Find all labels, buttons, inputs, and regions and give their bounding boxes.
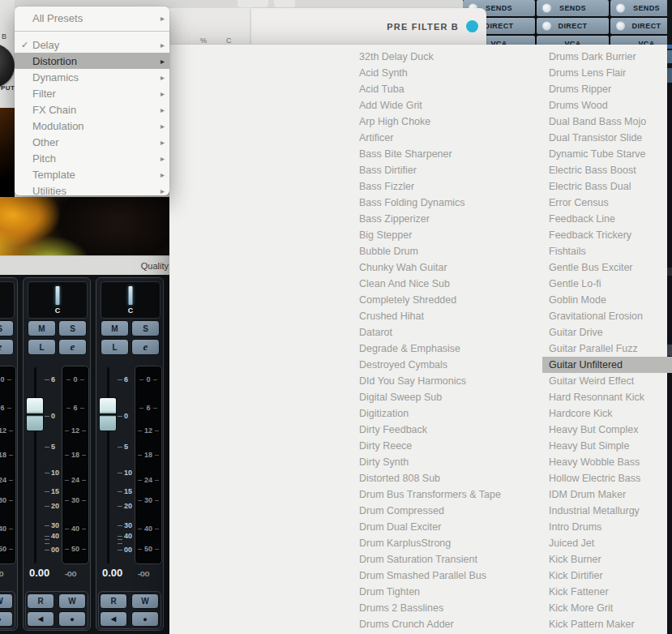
menu-item[interactable]: Filter ▸ [15,85,169,101]
preset-item[interactable]: Digitization [353,405,523,422]
menu-item[interactable]: Pitch ▸ [15,150,169,166]
preset-item[interactable]: Industrial Metallurgy [542,503,672,519]
preset-item[interactable]: Guitar Drive [542,324,672,341]
preset-item[interactable]: Feedback Trickery [542,227,672,243]
edit-button[interactable]: e [58,339,87,355]
fader-handle[interactable] [26,397,44,431]
preset-item[interactable]: Drum Smashed Parallel Bus [353,568,523,584]
preset-item[interactable]: Dual Transistor Slide [542,130,672,146]
sends-button[interactable]: SENDS [537,0,609,16]
preset-item[interactable]: Feedback Line [542,211,672,227]
menu-item-all-presets[interactable]: All Presets ▸ [15,10,169,26]
preset-item[interactable]: Electric Bass Dual [542,178,672,195]
preset-item[interactable]: Drum Saturation Transient [353,551,523,568]
preset-item[interactable]: Gentle Lo-fi [542,276,672,292]
preset-item[interactable]: Drum Bus Transformers & Tape [353,486,523,503]
menu-item[interactable]: Utilities ▸ [15,182,169,199]
solo-button[interactable]: S [0,320,14,336]
record-button[interactable]: ● [0,611,13,627]
preset-item[interactable]: Dirty Synth [353,454,523,470]
preset-item[interactable]: Drums Wood [542,97,672,114]
edit-button[interactable]: e [131,339,160,355]
preset-item[interactable]: Hard Resonnant Kick [542,389,672,405]
pan-control[interactable]: C [0,281,15,319]
preset-item[interactable]: Datarot [353,324,523,341]
preset-item[interactable]: Drum KarplusStrong [353,535,523,551]
record-button[interactable]: ● [58,611,86,627]
preset-item[interactable]: Gentle Bus Exciter [542,259,672,276]
write-button[interactable]: W [58,593,86,609]
preset-item[interactable]: Drums Dark Burrier [542,49,672,65]
preset-item[interactable]: Heavy Wobble Bass [542,454,672,470]
preset-item[interactable]: Fishtails [542,243,672,259]
preset-item[interactable]: Chunky Wah Guitar [353,259,523,276]
preset-item[interactable]: DId You Say Harmonics [353,373,523,389]
preset-item[interactable]: Dirty Reece [353,438,523,454]
solo-button[interactable]: S [58,320,87,336]
monitor-button[interactable]: ◀ [100,611,127,627]
preset-item[interactable]: Kick More Grit [542,600,672,616]
preset-item[interactable]: Error Census [542,195,672,211]
preset-item[interactable]: Goblin Mode [542,292,672,308]
preset-item[interactable]: Kick Burner [542,551,672,568]
preset-item[interactable]: Bass Dirtifier [353,162,523,178]
preset-item[interactable]: Big Stepper [353,227,523,243]
menu-item[interactable]: Template ▸ [15,166,169,182]
preset-item[interactable]: Drum Compressed [353,503,523,519]
preset-item[interactable]: Intro Drums [542,519,672,535]
preset-item[interactable]: Arp High Choke [353,114,523,130]
preset-item[interactable]: Kick Pattern Maker [542,616,672,632]
pre-filter-indicator[interactable] [466,20,478,32]
preset-item[interactable]: Kick Dirtifier [542,568,672,584]
preset-item[interactable]: Guitar Weird Effect [542,373,672,389]
preset-item[interactable]: Completely Shredded [353,292,523,308]
preset-item[interactable]: Dynamic Tube Starve [542,146,672,162]
menu-item[interactable]: Modulation ▸ [15,118,169,134]
edit-button[interactable]: e [0,339,14,355]
menu-item[interactable]: Distortion ▸ [15,53,169,69]
preset-item[interactable]: Drum Dual Exciter [353,519,523,535]
read-button[interactable]: R [27,593,54,609]
direct-button[interactable]: DIRECT [610,18,672,34]
preset-item[interactable]: Degrade & Emphasise [353,341,523,357]
preset-item[interactable]: Drums 2 Basslines [353,600,523,616]
preset-item[interactable]: Kick Fattener [542,584,672,600]
preset-item[interactable]: Bass Zipperizer [353,211,523,227]
preset-item[interactable]: Drums Ripper [542,81,672,97]
preset-item[interactable]: Artificer [353,130,523,146]
preset-item[interactable]: Drum Tighten [353,584,523,600]
preset-item[interactable]: Hollow Electric Bass [542,470,672,486]
knob-partial[interactable] [0,44,15,88]
preset-item[interactable]: Crushed Hihat [353,308,523,324]
preset-item[interactable]: Add Wide Grit [353,97,523,114]
preset-item[interactable]: Bass Folding Dynamics [353,195,523,211]
preset-item[interactable]: Electric Bass Boost [542,162,672,178]
preset-item[interactable]: Acid Synth [353,65,523,81]
write-button[interactable]: W [131,593,159,609]
preset-item[interactable]: Gravitational Erosion [542,308,672,324]
preset-item[interactable]: Clean And Nice Sub [353,276,523,292]
preset-item[interactable]: Bubble Drum [353,243,523,259]
record-button[interactable]: ● [131,611,159,627]
preset-item[interactable]: Guitar Parallel Fuzz [542,341,672,357]
write-button[interactable]: W [0,593,13,609]
sends-button[interactable]: SENDS [610,0,672,16]
preset-item[interactable]: Drums Crunch Adder [353,616,523,632]
preset-item[interactable]: Dual Band Bass Mojo [542,114,672,130]
preset-item[interactable]: Destroyed Cymbals [353,357,523,373]
preset-item[interactable]: Dirty Feedback [353,422,523,438]
preset-item[interactable]: Distorted 808 Sub [353,470,523,486]
preset-item[interactable]: 32th Delay Duck [353,49,523,65]
preset-item[interactable]: Bass Bite Sharpener [353,146,523,162]
preset-item[interactable]: Digital Sweep Sub [353,389,523,405]
preset-item[interactable]: Bass Fizzler [353,178,523,195]
menu-item[interactable]: Other ▸ [15,134,169,150]
read-button[interactable]: R [100,593,127,609]
preset-item[interactable]: IDM Drum Maker [542,486,672,503]
preset-item[interactable]: Heavy But Complex [542,422,672,438]
preset-item[interactable]: Heavy But Simple [542,438,672,454]
menu-item[interactable]: FX Chain ▸ [15,101,169,118]
preset-item[interactable]: Hardcore Kick [542,405,672,422]
menu-item[interactable]: ✓ Delay ▸ [15,36,169,53]
direct-button[interactable]: DIRECT [537,18,609,34]
